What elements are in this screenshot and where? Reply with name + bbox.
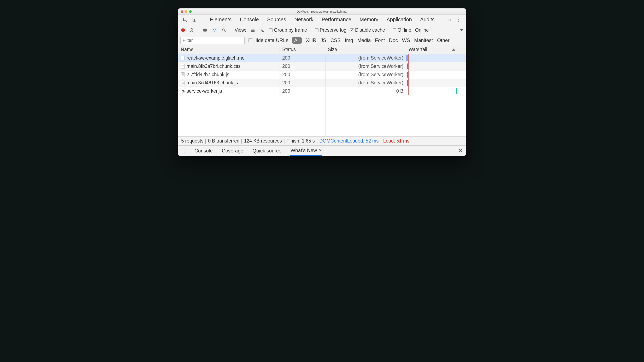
select-element-icon[interactable] [182, 17, 188, 23]
table-row[interactable]: service-worker.js2000 B [178, 87, 466, 95]
filter-type-css[interactable]: CSS [330, 37, 341, 43]
clear-icon[interactable] [189, 27, 194, 33]
disable-cache-checkbox[interactable]: Disable cache [350, 27, 385, 33]
file-icon [181, 72, 184, 77]
drawer-tab-console[interactable]: Console [194, 146, 213, 156]
tab-memory[interactable]: Memory [359, 14, 379, 25]
filter-type-ws[interactable]: WS [402, 37, 410, 43]
cell-status: 200 [280, 87, 325, 95]
checkbox-icon [248, 38, 252, 42]
svg-line-8 [224, 31, 226, 32]
title-bar: DevTools - react-sw-example.glitch.me/ [178, 8, 466, 15]
svg-rect-6 [204, 28, 206, 29]
preserve-log-label: Preserve log [320, 27, 346, 33]
filter-type-media[interactable]: Media [357, 37, 371, 43]
tab-sources[interactable]: Sources [266, 14, 287, 25]
cell-waterfall [406, 79, 458, 87]
tab-audits[interactable]: Audits [419, 14, 435, 25]
tab-application[interactable]: Application [386, 14, 413, 25]
svg-rect-14 [252, 31, 254, 32]
kebab-menu-icon[interactable]: ⋮ [456, 17, 462, 23]
table-row[interactable]: react-sw-example.glitch.me200(from Servi… [178, 54, 466, 62]
filter-type-other[interactable]: Other [437, 37, 450, 43]
cell-size: (from ServiceWorker) [325, 79, 406, 87]
preserve-log-checkbox[interactable]: Preserve log [315, 27, 346, 33]
record-button[interactable] [181, 28, 185, 32]
filter-type-all[interactable]: All [292, 37, 302, 44]
sort-asc-icon [452, 48, 455, 51]
table-row[interactable]: 2.7fdd42b7.chunk.js200(from ServiceWorke… [178, 71, 466, 79]
svg-rect-9 [251, 29, 252, 29]
tab-console[interactable]: Console [239, 14, 260, 25]
filter-type-doc[interactable]: Doc [389, 37, 398, 43]
col-waterfall[interactable]: Waterfall [406, 45, 458, 54]
summary-bar: 5 requests| 0 B transferred| 124 KB reso… [178, 136, 466, 145]
more-tabs-icon[interactable]: » [447, 17, 452, 23]
window-title: DevTools - react-sw-example.glitch.me/ [178, 10, 466, 13]
drawer-tab-coverage[interactable]: Coverage [221, 146, 244, 156]
group-by-frame-checkbox[interactable]: Group by frame [269, 27, 307, 33]
drawer-kebab-icon[interactable]: ⋮ [181, 148, 187, 154]
hide-data-urls-label: Hide data URLs [253, 37, 288, 43]
search-icon[interactable] [221, 27, 227, 33]
close-window-button[interactable] [181, 10, 183, 13]
drawer-tab-quick-source[interactable]: Quick source [252, 146, 282, 156]
drawer-tab-what-s-new[interactable]: What's New✕ [290, 146, 322, 156]
filter-type-manifest[interactable]: Manifest [414, 37, 433, 43]
filter-type-img[interactable]: Img [345, 37, 353, 43]
filter-bar: Hide data URLs AllXHRJSCSSImgMediaFontDo… [178, 35, 466, 45]
separator [389, 27, 389, 33]
throttling-dropdown-icon[interactable] [460, 29, 463, 31]
toggle-device-icon[interactable] [192, 17, 197, 23]
screenshot-icon[interactable] [202, 27, 208, 33]
summary-finish: Finish: 1.65 s [286, 138, 315, 144]
online-select[interactable]: Online [415, 27, 429, 33]
close-tab-icon[interactable]: ✕ [318, 148, 322, 153]
view-waterfall-icon[interactable] [260, 27, 265, 33]
cell-waterfall [406, 62, 458, 70]
view-list-icon[interactable] [250, 27, 256, 33]
online-label: Online [415, 27, 429, 33]
col-name[interactable]: Name [178, 45, 280, 54]
summary-resources: 124 KB resources [244, 138, 282, 144]
close-drawer-icon[interactable]: ✕ [458, 147, 463, 154]
filter-type-font[interactable]: Font [375, 37, 385, 43]
svg-rect-11 [251, 30, 252, 31]
cell-name: main.8fb3a7b4.chunk.css [178, 62, 280, 70]
filter-type-xhr[interactable]: XHR [306, 37, 316, 43]
separator [311, 27, 311, 33]
hide-data-urls-checkbox[interactable]: Hide data URLs [248, 37, 288, 43]
tab-elements[interactable]: Elements [209, 14, 232, 25]
minimize-window-button[interactable] [185, 10, 188, 13]
svg-rect-15 [261, 29, 262, 29]
filter-input[interactable] [180, 37, 244, 44]
filter-toggle-icon[interactable] [212, 27, 218, 33]
col-size[interactable]: Size [325, 45, 406, 54]
col-status[interactable]: Status [280, 45, 325, 54]
cell-size: 0 B [325, 87, 406, 95]
table-row[interactable]: main.3cd46163.chunk.js200(from ServiceWo… [178, 79, 466, 87]
file-icon [181, 64, 184, 69]
svg-point-7 [222, 28, 225, 31]
table-header: Name Status Size Waterfall [178, 45, 466, 54]
maximize-window-button[interactable] [189, 10, 192, 13]
cell-waterfall [406, 87, 458, 95]
separator [231, 27, 231, 33]
cell-name: react-sw-example.glitch.me [178, 54, 280, 62]
svg-rect-12 [252, 30, 254, 31]
cell-waterfall [406, 71, 458, 79]
svg-rect-17 [262, 31, 264, 32]
checkbox-icon [269, 28, 273, 32]
offline-label: Offline [398, 27, 411, 33]
svg-rect-16 [261, 30, 263, 31]
filter-type-js[interactable]: JS [320, 37, 326, 43]
cell-size: (from ServiceWorker) [325, 54, 406, 62]
table-row[interactable]: main.8fb3a7b4.chunk.css200(from ServiceW… [178, 62, 466, 71]
checkbox-icon [350, 28, 354, 32]
tab-performance[interactable]: Performance [321, 14, 352, 25]
offline-checkbox[interactable]: Offline [392, 27, 411, 33]
cell-status: 200 [280, 71, 325, 79]
cell-status: 200 [280, 79, 325, 87]
tab-network[interactable]: Network [294, 14, 314, 25]
cell-status: 200 [280, 54, 325, 62]
